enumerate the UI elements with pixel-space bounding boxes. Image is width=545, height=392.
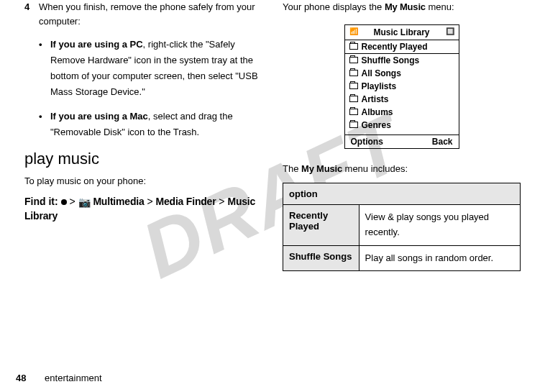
multimedia-icon: 📷	[78, 196, 91, 210]
menu-item: All Songs	[345, 67, 459, 80]
play-music-heading: play music	[24, 150, 262, 168]
menu-item: Albums	[345, 106, 459, 119]
bullet-2: If you are using a Mac, select and drag …	[50, 109, 262, 140]
menu-item: Recently Played	[345, 40, 459, 54]
menu-item: Artists	[345, 93, 459, 106]
options-table: option Recently Played View & play songs…	[283, 183, 521, 271]
softkey-left: Options	[351, 137, 383, 147]
page-number: 48	[16, 373, 26, 383]
right-intro: Your phone displays the My Music menu:	[283, 0, 521, 14]
folder-icon	[349, 83, 358, 89]
table-header: option	[283, 183, 521, 205]
folder-icon	[349, 122, 358, 128]
find-it-line: Find it: > 📷 Multimedia > Media Finder >…	[24, 195, 262, 224]
option-label: Recently Played	[283, 205, 359, 246]
bullet-mark: •	[39, 37, 50, 100]
left-column: 4 When you finish, remove the phone safe…	[14, 0, 272, 271]
signal-icon: 📶	[349, 27, 358, 35]
step-text: When you finish, remove the phone safely…	[39, 0, 262, 28]
phone-menu-illustration: 📶 Music Library 🔲 Recently Played Shuffl…	[344, 24, 459, 149]
folder-icon	[349, 43, 358, 50]
folder-icon	[349, 96, 358, 102]
play-intro: To play music on your phone:	[24, 174, 262, 188]
page-footer: 48 entertainment	[16, 373, 102, 383]
option-label: Shuffle Songs	[283, 245, 359, 271]
menu-item: Genres	[345, 119, 459, 132]
includes-line: The My Music menu includes:	[283, 162, 521, 176]
folder-icon	[349, 70, 358, 76]
right-column: Your phone displays the My Music menu: 📶…	[272, 0, 531, 271]
menu-title: Music Library	[373, 27, 429, 37]
step-number: 4	[24, 0, 39, 28]
folder-icon	[349, 57, 358, 63]
battery-icon: 🔲	[446, 27, 454, 35]
option-desc: View & play songs you played recently.	[359, 205, 520, 246]
menu-item: Shuffle Songs	[345, 54, 459, 67]
bullet-mark: •	[39, 109, 50, 140]
center-key-icon	[61, 199, 67, 205]
softkey-right: Back	[432, 137, 453, 147]
folder-icon	[349, 109, 358, 115]
option-desc: Play all songs in random order.	[359, 245, 520, 271]
section-name: entertainment	[45, 373, 102, 383]
menu-item: Playlists	[345, 80, 459, 93]
bullet-1: If you are using a PC, right-click the "…	[50, 37, 262, 100]
